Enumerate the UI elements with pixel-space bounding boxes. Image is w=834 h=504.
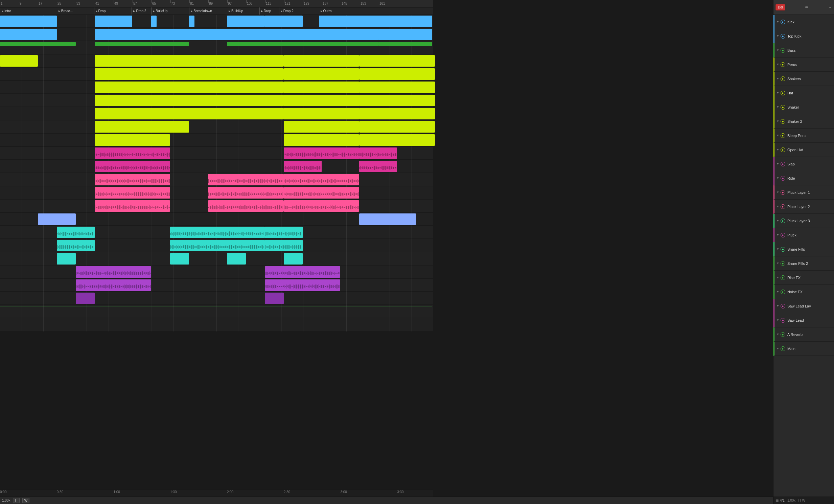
clip[interactable] (359, 134, 435, 146)
clip[interactable] (284, 55, 359, 67)
track-item-hat[interactable]: ▼▶Hat (773, 86, 834, 100)
clip[interactable] (284, 253, 303, 264)
clip[interactable] (95, 161, 171, 172)
track-fold-snare-fills[interactable]: ▼ (776, 248, 779, 251)
clip[interactable] (95, 121, 190, 133)
clip[interactable] (359, 95, 435, 106)
track-fold-shaker2[interactable]: ▼ (776, 120, 779, 123)
clip[interactable] (265, 292, 284, 304)
track-item-slap[interactable]: ▼▶Slap (773, 157, 834, 171)
track-item-bleep-perc[interactable]: ▼▶Bleep Perc (773, 129, 834, 143)
track-play-slap[interactable]: ▶ (781, 162, 785, 167)
clip[interactable] (95, 108, 284, 119)
clip[interactable] (95, 200, 171, 212)
clip[interactable] (208, 200, 284, 212)
track-item-pluck-layer1[interactable]: ▼▶Pluck Layer 1 (773, 185, 834, 200)
clip[interactable] (76, 266, 152, 278)
track-play-percs[interactable]: ▶ (781, 62, 785, 67)
clip[interactable] (95, 148, 171, 159)
clip[interactable] (227, 16, 265, 27)
scene-marker[interactable]: Drop (259, 7, 279, 15)
clip[interactable] (227, 42, 378, 46)
track-item-pluck[interactable]: ▼▶Pluck (773, 228, 834, 242)
track-fold-noise-fx[interactable]: ▼ (776, 290, 779, 293)
track-fold-shakers[interactable]: ▼ (776, 77, 779, 80)
clip[interactable] (227, 227, 265, 238)
track-play-rise-fx[interactable]: ▶ (781, 275, 785, 280)
track-play-saw-lead[interactable]: ▶ (781, 318, 785, 323)
clip[interactable] (95, 95, 284, 106)
clip[interactable] (95, 174, 171, 185)
track-fold-shaker[interactable]: ▼ (776, 106, 779, 109)
track-play-snare-fills2[interactable]: ▶ (781, 261, 785, 266)
clip[interactable] (76, 279, 152, 291)
track-fold-a-reverb[interactable]: ▼ (776, 333, 779, 336)
clip[interactable] (265, 266, 341, 278)
clip[interactable] (265, 279, 341, 291)
track-fold-pluck[interactable]: ▼ (776, 234, 779, 237)
clip[interactable] (151, 42, 189, 46)
track-fold-slap[interactable]: ▼ (776, 162, 779, 166)
track-play-pluck-layer2[interactable]: ▶ (781, 204, 785, 209)
track-play-hat[interactable]: ▶ (781, 91, 785, 95)
clip[interactable] (359, 214, 416, 225)
clip[interactable] (359, 148, 397, 159)
clip[interactable] (95, 16, 133, 27)
clip[interactable] (95, 68, 284, 80)
clip[interactable] (359, 82, 435, 93)
track-play-bass[interactable]: ▶ (781, 48, 785, 53)
track-play-bleep-perc[interactable]: ▶ (781, 133, 785, 138)
clip[interactable] (95, 134, 171, 146)
clip[interactable] (284, 187, 359, 199)
track-fold-percs[interactable]: ▼ (776, 63, 779, 66)
clip[interactable] (284, 134, 359, 146)
clip[interactable] (0, 29, 57, 40)
track-play-shaker[interactable]: ▶ (781, 105, 785, 110)
track-item-saw-lead-lay[interactable]: ▼▶Saw Lead Lay (773, 299, 834, 313)
del-button[interactable]: Del (775, 4, 785, 10)
clip[interactable] (0, 55, 38, 67)
track-item-top-kick[interactable]: ▼▶Top Kick (773, 29, 834, 43)
track-play-ride[interactable]: ▶ (781, 176, 785, 181)
clip[interactable] (189, 16, 195, 27)
clip[interactable] (227, 29, 378, 40)
track-item-a-reverb[interactable]: ▼▶A Reverb (773, 327, 834, 342)
track-item-snare-fills[interactable]: ▼▶Snare Fills (773, 242, 834, 256)
scene-marker[interactable]: Outro (319, 7, 433, 15)
track-play-shakers[interactable]: ▶ (781, 76, 785, 81)
track-item-pluck-layer2[interactable]: ▼▶Pluck Layer 2 (773, 200, 834, 214)
track-item-pluck-layer3[interactable]: ▼▶Pluck Layer 3 (773, 214, 834, 228)
track-play-pluck-layer1[interactable]: ▶ (781, 190, 785, 195)
clip[interactable] (378, 42, 432, 46)
track-fold-saw-lead[interactable]: ▼ (776, 319, 779, 322)
clip[interactable] (95, 82, 284, 93)
track-fold-open-hat[interactable]: ▼ (776, 148, 779, 151)
track-item-percs[interactable]: ▼▶Percs (773, 58, 834, 72)
track-item-snare-fills2[interactable]: ▼▶Snare Fills 2 (773, 256, 834, 270)
clip[interactable] (208, 187, 284, 199)
clip[interactable] (227, 55, 265, 67)
clip[interactable] (284, 82, 359, 93)
track-fold-saw-lead-lay[interactable]: ▼ (776, 304, 779, 307)
track-items-list[interactable]: ▼▶Kick▼▶Top Kick▼▶Bass▼▶Percs▼▶Shakers▼▶… (773, 15, 834, 497)
scene-marker[interactable]: Intro (0, 7, 57, 15)
clip[interactable] (284, 108, 359, 119)
clip[interactable] (265, 240, 303, 251)
track-play-main[interactable]: ▶ (781, 346, 785, 351)
h-button[interactable]: H (13, 498, 19, 503)
w-button[interactable]: W (22, 498, 29, 503)
track-fold-hat[interactable]: ▼ (776, 91, 779, 94)
scene-marker[interactable]: BuildUp (151, 7, 189, 15)
track-play-open-hat[interactable]: ▶ (781, 148, 785, 152)
clip[interactable] (284, 161, 322, 172)
track-fold-pluck-layer1[interactable]: ▼ (776, 191, 779, 194)
track-play-noise-fx[interactable]: ▶ (781, 289, 785, 294)
track-item-rise-fx[interactable]: ▼▶Rise FX (773, 270, 834, 285)
clip[interactable] (284, 121, 359, 133)
clip[interactable] (284, 148, 359, 159)
track-play-snare-fills[interactable]: ▶ (781, 247, 785, 252)
track-fold-bleep-perc[interactable]: ▼ (776, 134, 779, 137)
scene-marker[interactable]: Drop 2 (132, 7, 151, 15)
track-fold-rise-fx[interactable]: ▼ (776, 276, 779, 279)
clip[interactable] (359, 108, 435, 119)
